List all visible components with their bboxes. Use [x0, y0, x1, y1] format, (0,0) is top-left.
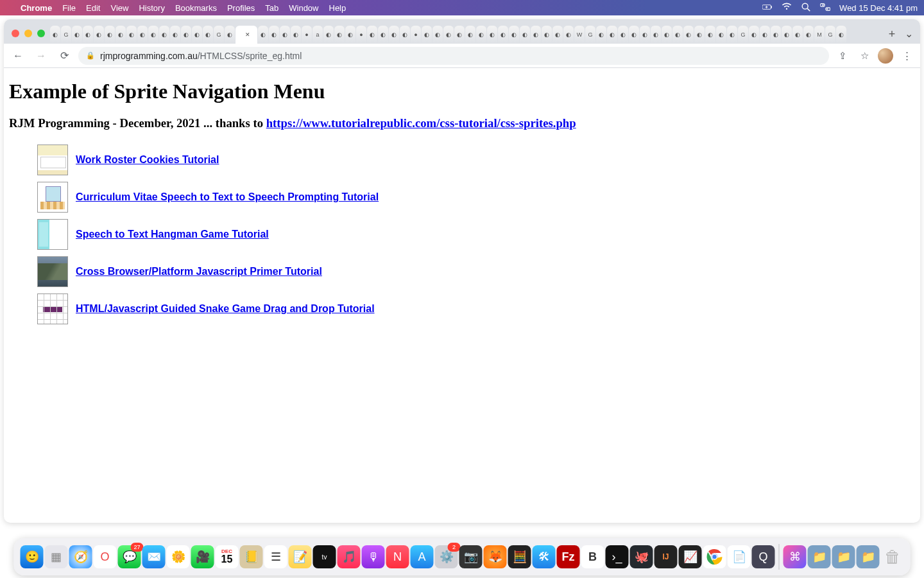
browser-tab[interactable]: ◐ [126, 26, 137, 44]
address-bar[interactable]: 🔒 rjmprogramming.com.au/HTMLCSS/sprite_e… [78, 47, 829, 65]
browser-tab[interactable]: ◐ [269, 26, 279, 44]
browser-tab[interactable]: ◐ [618, 26, 628, 44]
github-icon[interactable]: 🐙 [630, 545, 653, 568]
browser-tab[interactable]: ◐ [137, 26, 148, 44]
browser-tab[interactable]: ◐ [836, 26, 846, 44]
wifi-icon[interactable] [782, 2, 792, 14]
menu-tab[interactable]: Tab [265, 3, 278, 13]
tutorial-link[interactable]: HTML/Javascript Guided Snake Game Drag a… [76, 303, 375, 315]
terminal-icon[interactable]: ›_ [606, 545, 629, 568]
podcasts-icon[interactable]: 🎙 [362, 545, 385, 568]
reminders-icon[interactable]: ☰ [264, 545, 287, 568]
facetime-icon[interactable]: 🎥 [191, 545, 214, 568]
settings-icon[interactable]: ⚙️ [435, 545, 458, 568]
menu-bookmarks[interactable]: Bookmarks [175, 3, 217, 13]
browser-tab[interactable]: ◐ [258, 26, 268, 44]
browser-tab[interactable]: ◐ [683, 26, 694, 44]
dock-folder-icon[interactable]: 📁 [832, 545, 855, 568]
quicktime-icon[interactable]: Q [752, 545, 775, 568]
browser-tab[interactable]: ◐ [476, 26, 486, 44]
browser-tab[interactable]: ◐ [531, 26, 541, 44]
app-name[interactable]: Chrome [21, 3, 52, 13]
browser-tab[interactable]: ◐ [716, 26, 726, 44]
browser-tab[interactable]: ◐ [422, 26, 432, 44]
brackets-icon[interactable]: B [581, 545, 604, 568]
finder-icon[interactable]: 🙂 [21, 545, 44, 568]
browser-tab[interactable]: ◐ [487, 26, 497, 44]
contacts-icon[interactable]: 📒 [240, 545, 263, 568]
browser-tab[interactable]: a [312, 26, 323, 44]
browser-tab[interactable]: ◐ [542, 26, 552, 44]
browser-tab[interactable]: ◐ [203, 26, 213, 44]
minimize-window-button[interactable] [24, 30, 32, 37]
browser-tab[interactable]: ◐ [280, 26, 290, 44]
chrome-icon[interactable] [703, 545, 726, 568]
calculator-icon[interactable]: 🧮 [508, 545, 531, 568]
browser-tab[interactable]: ● [411, 26, 421, 44]
browser-tab[interactable]: ◐ [640, 26, 650, 44]
browser-tab[interactable]: ◐ [552, 26, 563, 44]
browser-tab[interactable]: ◐ [563, 26, 574, 44]
menu-file[interactable]: File [62, 3, 76, 13]
browser-tab[interactable]: ◐ [72, 26, 82, 44]
browser-tab[interactable]: ◐ [520, 26, 530, 44]
browser-tab[interactable]: ◐ [181, 26, 191, 44]
browser-tab[interactable]: ◐ [192, 26, 202, 44]
browser-tab[interactable]: ◐ [170, 26, 180, 44]
control-center-icon[interactable] [820, 2, 830, 14]
browser-tab[interactable]: ◐ [629, 26, 639, 44]
tutorial-link[interactable]: Speech to Text Hangman Game Tutorial [76, 229, 269, 240]
browser-tab[interactable]: ◐ [443, 26, 454, 44]
browser-tab[interactable]: ◐ [465, 26, 475, 44]
appstore-icon[interactable]: A [411, 545, 434, 568]
dock-folder-icon[interactable]: 📁 [808, 545, 831, 568]
browser-tab[interactable]: ◐ [705, 26, 715, 44]
browser-tab[interactable]: ◐ [509, 26, 519, 44]
browser-tab[interactable]: ◐ [94, 26, 104, 44]
battery-icon[interactable] [762, 2, 773, 14]
browser-tab-active[interactable] [235, 26, 257, 44]
menu-window[interactable]: Window [289, 3, 318, 13]
browser-tab[interactable]: ◐ [148, 26, 158, 44]
browser-tab[interactable]: ◐ [672, 26, 683, 44]
menu-view[interactable]: View [110, 3, 128, 13]
activity-monitor-icon[interactable]: 📈 [679, 545, 702, 568]
browser-tab[interactable]: ◐ [367, 26, 377, 44]
browser-tab[interactable]: G [61, 26, 71, 44]
browser-tab[interactable]: ◐ [694, 26, 705, 44]
launchpad-icon[interactable]: ▦ [45, 545, 68, 568]
close-window-button[interactable] [12, 30, 19, 37]
new-tab-button[interactable]: + [883, 28, 901, 44]
firefox-icon[interactable]: 🦊 [484, 545, 507, 568]
browser-tab[interactable]: ◐ [651, 26, 661, 44]
shortcuts-icon[interactable]: ⌘ [783, 545, 807, 568]
browser-tab[interactable]: G [738, 26, 748, 44]
browser-tab[interactable]: ◐ [662, 26, 672, 44]
menu-edit[interactable]: Edit [86, 3, 100, 13]
dock-folder-icon[interactable]: 📁 [857, 545, 880, 568]
fullscreen-window-button[interactable] [37, 30, 45, 37]
mail-icon[interactable]: ✉️ [142, 545, 166, 568]
back-button[interactable]: ← [9, 50, 27, 62]
tutorial-link[interactable]: Curriculum Vitae Speech to Text to Speec… [76, 191, 379, 203]
filezilla-icon[interactable]: Fz [557, 545, 580, 568]
browser-tab[interactable]: ◐ [771, 26, 781, 44]
browser-tab[interactable]: ◐ [225, 26, 235, 44]
intellij-icon[interactable]: IJ [654, 545, 678, 568]
tutorial-link[interactable]: Work Roster Cookies Tutorial [76, 154, 219, 166]
browser-tab[interactable]: ◐ [760, 26, 770, 44]
tab-overflow-button[interactable]: ⌄ [901, 28, 916, 44]
browser-tab[interactable]: ◐ [345, 26, 355, 44]
browser-tab[interactable]: W [574, 26, 585, 44]
bookmark-star-icon[interactable]: ☆ [856, 50, 873, 62]
xcode-icon[interactable]: 🛠 [533, 545, 556, 568]
browser-tab[interactable]: ◐ [782, 26, 792, 44]
trash-icon[interactable]: 🗑 [881, 545, 904, 568]
browser-tab[interactable]: ◐ [334, 26, 345, 44]
appletv-icon[interactable]: tv [313, 545, 336, 568]
browser-tab[interactable]: ◐ [432, 26, 443, 44]
tutorial-link[interactable]: Cross Browser/Platform Javascript Primer… [76, 266, 322, 277]
browser-tab[interactable]: ● [356, 26, 366, 44]
menu-history[interactable]: History [139, 3, 164, 13]
browser-tab[interactable]: ◐ [596, 26, 606, 44]
